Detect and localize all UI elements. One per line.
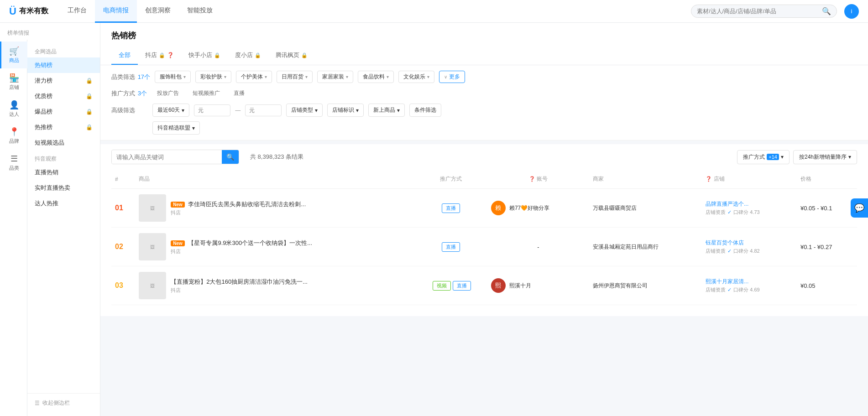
influencer-icon: 👤	[9, 100, 19, 110]
check-icon-3: ✓	[727, 287, 732, 293]
tab-all[interactable]: 全部	[111, 47, 138, 65]
store-verified-text-2: 店铺资质	[706, 248, 726, 255]
promo-tag-live-3[interactable]: 直播	[453, 281, 471, 291]
sort-order-btn[interactable]: 按24h新增销量降序 ▾	[793, 150, 857, 164]
promo-filter-sort-btn[interactable]: 推广方式 +14 ▾	[737, 150, 790, 164]
menu-item-quality[interactable]: 优质榜 🔒	[27, 88, 100, 104]
global-section-title: 全网选品	[27, 43, 100, 57]
filter-tag-culture[interactable]: 文化娱乐 ▾	[398, 71, 434, 83]
menu-item-potential[interactable]: 潜力榜 🔒	[27, 73, 100, 88]
price-max-input[interactable]	[245, 104, 282, 116]
sidebar-icon-category[interactable]: ☰ 品类	[0, 149, 27, 176]
col-rank: #	[111, 170, 135, 189]
lock-icon-explosion: 🔒	[86, 109, 93, 115]
store-name-1[interactable]: 品牌直播严选个...	[706, 200, 793, 208]
nav-item-smart[interactable]: 智能投放	[179, 0, 221, 23]
tab-douyin-store[interactable]: 抖店 🔒 ❓	[138, 47, 181, 65]
filter-tag-clothing[interactable]: 服饰鞋包 ▾	[155, 71, 191, 83]
top-nav: Ü 有米有数 工作台 电商情报 创意洞察 智能投放 🔍 i	[0, 0, 868, 23]
nav-item-creative[interactable]: 创意洞察	[137, 0, 179, 23]
filter-tag-home[interactable]: 家居家装 ▾	[317, 71, 353, 83]
store-mark-select[interactable]: 店铺标识 ▾	[327, 104, 364, 117]
tab-tencent[interactable]: 腾讯枫页 🔒	[268, 47, 315, 65]
store-type-select[interactable]: 店铺类型 ▾	[286, 104, 323, 117]
promo-tag-video-3[interactable]: 视频	[433, 281, 451, 291]
filter-tag-food[interactable]: 食品饮料 ▾	[358, 71, 394, 83]
price-dash: —	[235, 107, 241, 114]
rank-num-3: 03	[115, 281, 123, 289]
menu-item-hotrank[interactable]: 热销榜	[27, 57, 100, 73]
menu-item-live-hot[interactable]: 直播热销	[27, 165, 100, 180]
arrow-icon-makeup: ▾	[224, 74, 226, 79]
store-name-3[interactable]: 熙溪十月家居清...	[706, 278, 793, 286]
filter-tag-makeup[interactable]: 彩妆护肤 ▾	[195, 71, 231, 83]
product-info-3: 🖼 【直播宠粉】2大包160抽厨房清洁湿巾油污免洗一... 抖店	[139, 272, 411, 299]
promo-shortvideo[interactable]: 短视频推广	[188, 88, 225, 99]
promo-live[interactable]: 直播	[229, 88, 249, 99]
top-search-bar[interactable]: 🔍	[691, 5, 837, 18]
more-arrow-icon: ∨	[444, 74, 447, 79]
float-chat-btn[interactable]: 💬	[851, 198, 868, 218]
col-merchant: 商家	[589, 170, 702, 189]
account-info-3: 熙 熙溪十月	[491, 278, 586, 293]
nav-item-ecommerce[interactable]: 电商情报	[95, 0, 137, 23]
sort-promo-arrow: ▾	[781, 154, 784, 160]
rank-cell-3: 03	[111, 266, 135, 305]
douyin-union-select[interactable]: 抖音精选联盟 ▾	[152, 121, 200, 135]
logo[interactable]: Ü 有米有数	[9, 5, 48, 17]
sidebar-icon-store-label: 店铺	[9, 84, 19, 91]
keyword-search-btn[interactable]: 🔍	[222, 150, 239, 164]
menu-item-hotpush[interactable]: 热推榜 🔒	[27, 120, 100, 135]
promo-cell-1: 直播	[414, 189, 487, 228]
sidebar-icon-influencer[interactable]: 👤 达人	[0, 95, 27, 122]
collapse-sidebar-btn[interactable]: ☰ 收起侧边栏	[27, 393, 100, 412]
menu-item-explosion[interactable]: 爆品榜 🔒	[27, 104, 100, 120]
sidebar-icon-store[interactable]: 🏪 店铺	[0, 68, 27, 95]
collapse-icon: ☰	[35, 400, 40, 406]
merchant-cell-1: 万载县嗫嗫商贸店	[589, 189, 702, 228]
sidebar-icon-brand[interactable]: 📍 品牌	[0, 122, 27, 149]
filter-tag-daily[interactable]: 日用百货 ▾	[277, 71, 313, 83]
menu-item-shortvideo[interactable]: 短视频选品	[27, 135, 100, 151]
new-product-btn[interactable]: 新上商品 ▾	[368, 104, 405, 117]
product-name-3: 【直播宠粉】2大包160抽厨房清洁湿巾油污免洗一...	[171, 278, 411, 286]
product-info-2: 🖼 New 【星哥专属9.9米300个送一个收纳袋】一次性... 抖店	[139, 233, 411, 260]
product-cell-3: 🖼 【直播宠粉】2大包160抽厨房清洁湿巾油污免洗一... 抖店	[135, 266, 414, 305]
condition-filter-btn[interactable]: 条件筛选	[409, 104, 441, 117]
rank-num-1: 01	[115, 204, 123, 212]
collapse-label: 收起侧边栏	[42, 399, 70, 407]
sort-order-arrow: ▾	[848, 154, 851, 160]
arrow-icon-daily: ▾	[305, 74, 308, 79]
tab-du-store[interactable]: 度小店 🔒	[228, 47, 268, 65]
time-select-arrow: ▾	[182, 107, 184, 114]
filter-more-btn[interactable]: ∨ 更多	[439, 71, 465, 83]
filter-tag-beauty[interactable]: 个护美体 ▾	[236, 71, 272, 83]
promo-ad[interactable]: 投放广告	[152, 88, 183, 99]
top-search-input[interactable]	[697, 8, 822, 15]
tab-kuaishou[interactable]: 快手小店 🔒	[181, 47, 228, 65]
table-row: 03 🖼 【直播宠粉】2大包160抽厨房清洁湿巾油污免洗一... 抖店	[111, 266, 857, 305]
price-min-input[interactable]	[194, 104, 230, 116]
keyword-input[interactable]	[112, 151, 222, 164]
sidebar-icon-product[interactable]: 🛒 商品	[0, 42, 27, 68]
time-select[interactable]: 最近60天 ▾	[152, 104, 189, 117]
promo-tag-live-1[interactable]: 直播	[442, 203, 460, 213]
sidebar-section-title: 榜单情报	[0, 23, 100, 40]
store-type-arrow: ▾	[315, 107, 318, 114]
advanced-filter-row: 高级筛选 最近60天 ▾ — 店铺类型 ▾ 店铺标识 ▾ 新上商品	[111, 104, 857, 117]
lock-icon-tab2: 🔒	[214, 52, 220, 58]
arrow-icon-food: ▾	[387, 74, 389, 79]
col-store: ❓ 店铺	[702, 170, 797, 189]
promo-tag-live-2[interactable]: 直播	[442, 242, 460, 252]
nav-item-workbench[interactable]: 工作台	[59, 0, 95, 23]
user-avatar[interactable]: i	[844, 4, 859, 19]
store-name-2[interactable]: 钰星百货个体店	[706, 239, 793, 247]
douyin-union-row: 抖音精选联盟 ▾	[111, 121, 857, 135]
top-search-icon[interactable]: 🔍	[822, 7, 831, 16]
menu-item-live-realtime[interactable]: 实时直播热卖	[27, 180, 100, 196]
menu-item-influencer-hot[interactable]: 达人热推	[27, 196, 100, 211]
lock-icon-hotpush: 🔒	[86, 124, 93, 130]
lock-icon-tab4: 🔒	[301, 52, 308, 58]
account-info-1: 赖 赖77🧡好物分享	[491, 201, 586, 215]
store-info-2: 钰星百货个体店 店铺资质 ✓ 口碑分 4.82	[706, 239, 793, 255]
